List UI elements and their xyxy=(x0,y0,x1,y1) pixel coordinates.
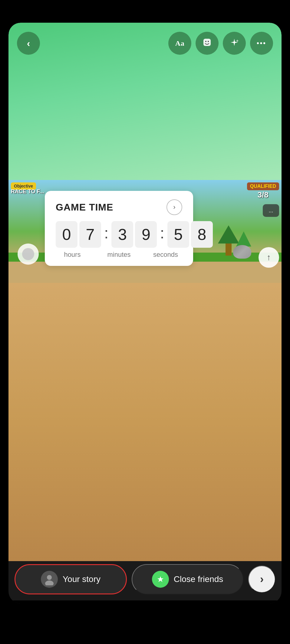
game-time-widget: GAME TIME › 0 7 : xyxy=(45,191,193,266)
text-icon: Aa xyxy=(175,39,184,47)
joystick-inner xyxy=(22,248,34,260)
sticker-icon xyxy=(202,38,212,49)
close-friends-button[interactable]: Close friends xyxy=(132,564,243,594)
widget-header: GAME TIME › xyxy=(56,199,182,215)
seconds-label: seconds xyxy=(153,251,178,259)
your-story-button[interactable]: Your story xyxy=(15,564,127,594)
close-friends-label: Close friends xyxy=(174,574,223,584)
more-button[interactable]: ••• xyxy=(250,32,273,55)
svg-point-3 xyxy=(47,575,52,580)
hours-ones-digit: 7 xyxy=(79,221,101,248)
svg-rect-0 xyxy=(203,39,211,46)
minutes-ones-digit: 9 xyxy=(135,221,157,248)
sticker-button[interactable] xyxy=(196,32,219,55)
chat-button[interactable]: ... xyxy=(263,204,279,217)
back-icon: ‹ xyxy=(27,38,30,49)
minutes-label: minutes xyxy=(107,251,130,259)
colon-2: : xyxy=(159,224,165,242)
hours-tens-digit: 0 xyxy=(56,221,77,248)
seconds-group: 5 8 xyxy=(167,221,213,248)
toolbar: ‹ Aa xyxy=(8,23,282,55)
chat-icon: ... xyxy=(269,208,273,214)
action-bar: Your story Close friends › xyxy=(8,564,282,594)
minutes-group: 3 9 xyxy=(111,221,157,248)
next-button[interactable]: › xyxy=(248,566,275,593)
svg-point-2 xyxy=(208,41,209,42)
sparkle-button[interactable] xyxy=(223,32,246,55)
race-label: RACE TO F... xyxy=(11,188,44,195)
seconds-tens-digit: 5 xyxy=(167,221,189,248)
bottom-content-area xyxy=(8,283,282,561)
text-button[interactable]: Aa xyxy=(168,32,191,55)
game-area: Objective RACE TO F... QUALIFIED 3/8 ...… xyxy=(8,180,282,283)
svg-point-4 xyxy=(45,580,54,585)
hours-label: hours xyxy=(64,251,81,259)
next-icon: › xyxy=(260,573,264,586)
your-story-label: Your story xyxy=(63,574,101,584)
jump-button[interactable]: ↑ xyxy=(259,247,279,268)
joystick-control[interactable] xyxy=(18,244,39,265)
qualified-score: 3/8 xyxy=(258,190,269,200)
story-avatar xyxy=(41,571,58,588)
colon-1: : xyxy=(103,224,110,242)
svg-point-1 xyxy=(205,41,206,42)
chevron-right-icon: › xyxy=(173,203,175,211)
seconds-ones-digit: 8 xyxy=(191,221,213,248)
android-nav-bar: ◁ ○ □ xyxy=(8,600,282,603)
green-star-icon xyxy=(152,571,169,588)
qualified-badge: QUALIFIED xyxy=(247,182,279,190)
sparkle-icon xyxy=(229,38,239,49)
minutes-tens-digit: 3 xyxy=(111,221,133,248)
widget-title: GAME TIME xyxy=(56,202,113,213)
back-button[interactable]: ‹ xyxy=(17,32,40,55)
qualified-hud: QUALIFIED 3/8 xyxy=(247,182,279,200)
up-arrow-icon: ↑ xyxy=(267,253,271,262)
hours-group: 0 7 xyxy=(56,221,101,248)
time-display: 0 7 : 3 9 : xyxy=(56,221,182,248)
more-icon: ••• xyxy=(257,39,266,47)
widget-next-button[interactable]: › xyxy=(166,199,182,215)
